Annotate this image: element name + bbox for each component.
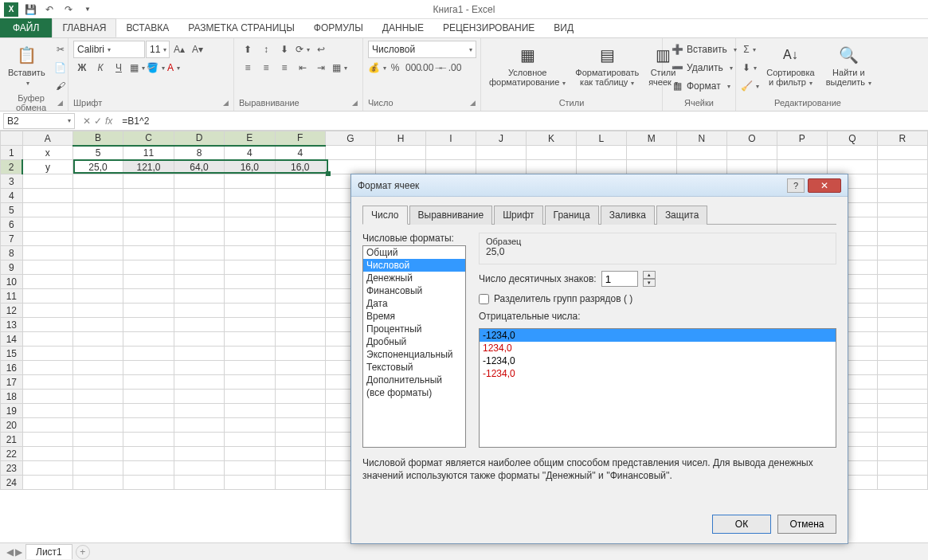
col-header-I[interactable]: I	[425, 131, 476, 146]
cell-D17[interactable]	[174, 375, 224, 390]
spin-down-icon[interactable]: ▼	[643, 279, 656, 287]
cell-D21[interactable]	[174, 433, 224, 447]
cell-A15[interactable]	[22, 347, 72, 361]
cell-B5[interactable]	[72, 203, 123, 217]
cell-F9[interactable]	[275, 260, 325, 275]
row-header-12[interactable]: 12	[1, 303, 23, 318]
decrease-decimal-icon[interactable]: ←.00	[441, 59, 459, 76]
shrink-font-icon[interactable]: A▾	[189, 41, 206, 58]
row-header-15[interactable]: 15	[1, 347, 23, 361]
cell-R9[interactable]	[877, 260, 927, 275]
cell-C9[interactable]	[123, 260, 174, 275]
cell-A4[interactable]	[22, 189, 72, 203]
cell-D10[interactable]	[174, 275, 224, 289]
cell-F7[interactable]	[275, 232, 325, 246]
cell-A9[interactable]	[22, 260, 72, 275]
cell-R15[interactable]	[877, 347, 927, 361]
cell-F4[interactable]	[275, 189, 325, 203]
row-header-10[interactable]: 10	[1, 275, 23, 289]
cell-R3[interactable]	[877, 174, 927, 189]
cell-R8[interactable]	[877, 246, 927, 260]
sort-filter-button[interactable]: A↓ Сортировка и фильтр▾	[762, 41, 820, 89]
cell-E8[interactable]	[225, 246, 275, 260]
col-header-D[interactable]: D	[174, 131, 224, 146]
cell-F24[interactable]	[275, 476, 325, 490]
fx-icon[interactable]: fx	[105, 116, 112, 127]
col-header-Q[interactable]: Q	[827, 131, 877, 146]
redo-icon[interactable]: ↷	[61, 2, 76, 18]
cell-E3[interactable]	[225, 174, 275, 189]
row-header-19[interactable]: 19	[1, 404, 23, 418]
cell-A23[interactable]	[22, 461, 72, 476]
format-option[interactable]: Финансовый	[363, 284, 465, 297]
cell-B22[interactable]	[72, 447, 123, 461]
cell-Q1[interactable]	[827, 146, 877, 160]
align-middle-icon[interactable]: ↕	[257, 41, 275, 58]
cell-R2[interactable]	[877, 160, 927, 174]
row-header-8[interactable]: 8	[1, 246, 23, 260]
col-header-M[interactable]: M	[626, 131, 676, 146]
name-box[interactable]: B2▾	[3, 113, 75, 129]
currency-icon[interactable]: 💰▾	[368, 59, 386, 76]
italic-button[interactable]: К	[92, 59, 109, 76]
cancel-formula-icon[interactable]: ✕	[83, 116, 91, 127]
copy-icon[interactable]: 📄	[52, 59, 69, 76]
cell-A21[interactable]	[22, 433, 72, 447]
cell-R11[interactable]	[877, 289, 927, 303]
cell-C3[interactable]	[123, 174, 174, 189]
delete-cells-button[interactable]: ➖Удалить▾	[668, 59, 736, 76]
cell-D24[interactable]	[174, 476, 224, 490]
col-header-G[interactable]: G	[325, 131, 375, 146]
cell-D4[interactable]	[174, 189, 224, 203]
cell-B9[interactable]	[72, 260, 123, 275]
cell-A6[interactable]	[22, 217, 72, 232]
decimals-spinner[interactable]: ▲ ▼	[643, 271, 656, 287]
cell-H2[interactable]	[375, 160, 425, 174]
grow-font-icon[interactable]: A▴	[170, 41, 188, 58]
merge-cells-icon[interactable]: ▦▾	[331, 59, 348, 76]
cell-O1[interactable]	[726, 146, 777, 160]
cell-A11[interactable]	[22, 289, 72, 303]
sheet-next-icon[interactable]: ▶	[15, 546, 22, 558]
tab-data[interactable]: ДАННЫЕ	[373, 18, 433, 37]
cell-B8[interactable]	[72, 246, 123, 260]
cell-G2[interactable]	[325, 160, 375, 174]
cell-E10[interactable]	[225, 275, 275, 289]
cell-P1[interactable]	[777, 146, 827, 160]
row-header-17[interactable]: 17	[1, 375, 23, 390]
cell-E15[interactable]	[225, 347, 275, 361]
cell-A22[interactable]	[22, 447, 72, 461]
row-header-5[interactable]: 5	[1, 203, 23, 217]
cell-A13[interactable]	[22, 318, 72, 332]
cell-D3[interactable]	[174, 174, 224, 189]
row-header-18[interactable]: 18	[1, 390, 23, 404]
format-as-table-button[interactable]: ▤ Форматировать как таблицу▾	[572, 41, 642, 89]
cell-D19[interactable]	[174, 404, 224, 418]
cell-C10[interactable]	[123, 275, 174, 289]
tab-home[interactable]: ГЛАВНАЯ	[52, 18, 116, 37]
fill-color-button[interactable]: 🪣▾	[147, 59, 164, 76]
cell-A2[interactable]: y	[22, 160, 72, 174]
cell-B19[interactable]	[72, 404, 123, 418]
cell-D6[interactable]	[174, 217, 224, 232]
cell-R20[interactable]	[877, 418, 927, 433]
col-header-C[interactable]: C	[123, 131, 174, 146]
cell-R19[interactable]	[877, 404, 927, 418]
tab-file[interactable]: ФАЙЛ	[0, 18, 52, 37]
cell-R13[interactable]	[877, 318, 927, 332]
row-header-20[interactable]: 20	[1, 418, 23, 433]
cell-R14[interactable]	[877, 332, 927, 347]
cell-H1[interactable]	[375, 146, 425, 160]
cell-B15[interactable]	[72, 347, 123, 361]
cell-B12[interactable]	[72, 303, 123, 318]
cell-E17[interactable]	[225, 375, 275, 390]
cell-C6[interactable]	[123, 217, 174, 232]
cell-C23[interactable]	[123, 461, 174, 476]
cell-D20[interactable]	[174, 418, 224, 433]
align-left-icon[interactable]: ≡	[239, 59, 256, 76]
cell-J2[interactable]	[476, 160, 526, 174]
cell-E13[interactable]	[225, 318, 275, 332]
cell-R21[interactable]	[877, 433, 927, 447]
number-format-combo[interactable]: Числовой▾	[368, 41, 476, 58]
format-option[interactable]: Текстовый	[363, 361, 465, 374]
